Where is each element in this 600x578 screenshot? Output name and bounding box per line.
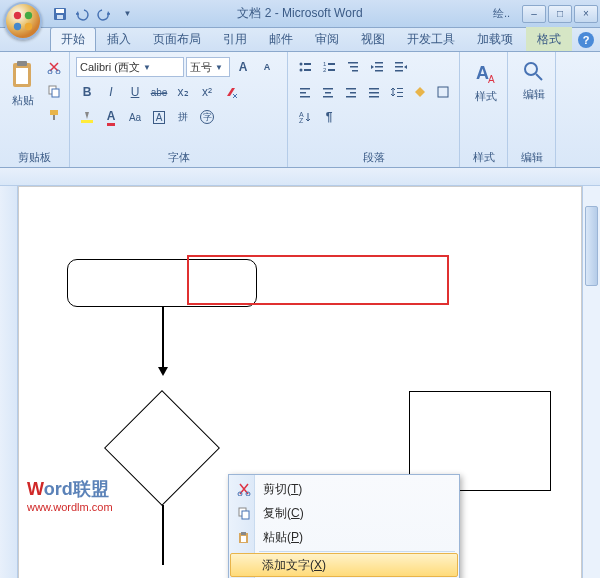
svg-rect-43 xyxy=(369,92,379,94)
group-font: Calibri (西文▼ 五号▼ A A B I U abe x₂ x² A A… xyxy=(70,52,288,167)
svg-rect-13 xyxy=(52,89,59,97)
minimize-button[interactable]: – xyxy=(522,5,546,23)
group-editing-label: 编辑 xyxy=(514,148,549,165)
grow-font-button[interactable]: A xyxy=(232,56,254,78)
flowchart-connector-1[interactable] xyxy=(162,307,164,369)
superscript-button[interactable]: x² xyxy=(196,81,218,103)
svg-rect-31 xyxy=(395,66,403,68)
group-styles: AA 样式 样式 xyxy=(460,52,508,167)
italic-button[interactable]: I xyxy=(100,81,122,103)
group-clipboard: 粘贴 剪贴板 xyxy=(0,52,70,167)
office-button[interactable] xyxy=(4,2,42,40)
ribbon: 粘贴 剪贴板 Calibri (西文▼ 五号▼ A A B I U abe xyxy=(0,52,600,168)
svg-point-16 xyxy=(300,63,303,66)
svg-rect-41 xyxy=(346,96,356,98)
tab-developer[interactable]: 开发工具 xyxy=(396,27,466,51)
group-font-label: 字体 xyxy=(76,148,281,165)
tab-home[interactable]: 开始 xyxy=(50,27,96,51)
svg-rect-15 xyxy=(81,120,93,123)
font-size-select[interactable]: 五号▼ xyxy=(186,57,230,77)
strike-button[interactable]: abe xyxy=(148,81,170,103)
help-icon[interactable]: ? xyxy=(578,32,594,48)
svg-rect-9 xyxy=(16,68,28,84)
ruler-vertical[interactable] xyxy=(0,186,18,578)
tab-references[interactable]: 引用 xyxy=(212,27,258,51)
ctx-add-text[interactable]: 添加文字(X) xyxy=(230,553,458,577)
multilevel-button[interactable] xyxy=(342,56,364,78)
subscript-button[interactable]: x₂ xyxy=(172,81,194,103)
borders-button[interactable] xyxy=(432,81,453,103)
shrink-font-button[interactable]: A xyxy=(256,56,278,78)
quick-access-toolbar: ▼ xyxy=(50,4,136,24)
svg-rect-47 xyxy=(397,96,403,97)
underline-button[interactable]: U xyxy=(124,81,146,103)
align-left-button[interactable] xyxy=(294,81,315,103)
shading-button[interactable] xyxy=(409,81,430,103)
paste-button[interactable]: 粘贴 xyxy=(6,56,40,148)
highlight-button[interactable] xyxy=(76,106,98,128)
tab-addins[interactable]: 加载项 xyxy=(466,27,524,51)
line-spacing-button[interactable] xyxy=(386,81,407,103)
qat-customize[interactable]: ▼ xyxy=(116,4,136,24)
font-family-select[interactable]: Calibri (西文▼ xyxy=(76,57,184,77)
ctx-cut[interactable]: 剪切(T) xyxy=(231,477,457,501)
group-styles-label: 样式 xyxy=(466,148,501,165)
svg-rect-27 xyxy=(375,62,383,64)
svg-rect-6 xyxy=(57,15,63,19)
redo-button[interactable] xyxy=(94,4,114,24)
svg-rect-33 xyxy=(300,88,310,90)
page[interactable]: Word联盟 www.wordlm.com 剪切(T) 复制(C) 粘贴(P) xyxy=(18,186,582,578)
bullets-button[interactable] xyxy=(294,56,316,78)
phonetic-button[interactable]: 拼 xyxy=(172,106,194,128)
flowchart-connector-2[interactable] xyxy=(162,505,164,565)
tab-format[interactable]: 格式 xyxy=(526,27,572,51)
sort-button[interactable]: AZ xyxy=(294,106,316,128)
styles-button[interactable]: AA 样式 xyxy=(466,56,506,107)
tab-layout[interactable]: 页面布局 xyxy=(142,27,212,51)
clear-format-button[interactable] xyxy=(220,81,242,103)
format-painter-button[interactable] xyxy=(43,104,65,126)
ribbon-tabs: 开始 插入 页面布局 引用 邮件 审阅 视图 开发工具 加载项 格式 ? xyxy=(0,28,600,52)
svg-rect-36 xyxy=(323,88,333,90)
maximize-button[interactable]: □ xyxy=(548,5,572,23)
tab-mail[interactable]: 邮件 xyxy=(258,27,304,51)
close-button[interactable]: × xyxy=(574,5,598,23)
svg-rect-38 xyxy=(323,96,333,98)
tab-review[interactable]: 审阅 xyxy=(304,27,350,51)
find-button[interactable]: 编辑 xyxy=(514,56,554,105)
svg-rect-28 xyxy=(375,66,383,68)
scrollbar-vertical[interactable] xyxy=(582,186,600,578)
ctx-paste[interactable]: 粘贴(P) xyxy=(231,525,457,549)
svg-point-18 xyxy=(300,69,303,72)
editing-label: 编辑 xyxy=(523,87,545,102)
align-center-button[interactable] xyxy=(317,81,338,103)
numbering-button[interactable]: 12 xyxy=(318,56,340,78)
enclose-button[interactable]: 字 xyxy=(196,106,218,128)
indent-dec-button[interactable] xyxy=(366,56,388,78)
svg-rect-21 xyxy=(328,63,335,65)
svg-text:2: 2 xyxy=(323,67,327,73)
cut-button[interactable] xyxy=(43,56,65,78)
scroll-thumb[interactable] xyxy=(585,206,598,286)
ruler-horizontal[interactable] xyxy=(0,168,600,186)
copy-button[interactable] xyxy=(43,80,65,102)
save-button[interactable] xyxy=(50,4,70,24)
undo-button[interactable] xyxy=(72,4,92,24)
change-case-button[interactable]: Aa xyxy=(124,106,146,128)
flowchart-decision[interactable] xyxy=(104,390,220,506)
window-title: 文档 2 - Microsoft Word xyxy=(237,5,362,22)
align-right-button[interactable] xyxy=(340,81,361,103)
show-marks-button[interactable]: ¶ xyxy=(318,106,340,128)
tab-view[interactable]: 视图 xyxy=(350,27,396,51)
svg-rect-32 xyxy=(395,70,403,72)
indent-inc-button[interactable] xyxy=(390,56,412,78)
bold-button[interactable]: B xyxy=(76,81,98,103)
group-clipboard-label: 剪贴板 xyxy=(6,148,63,165)
tab-insert[interactable]: 插入 xyxy=(96,27,142,51)
font-color-button[interactable]: A xyxy=(100,106,122,128)
align-justify-button[interactable] xyxy=(363,81,384,103)
cut-icon xyxy=(235,480,253,498)
group-paragraph-label: 段落 xyxy=(294,148,453,165)
char-border-button[interactable]: A xyxy=(148,106,170,128)
ctx-copy[interactable]: 复制(C) xyxy=(231,501,457,525)
